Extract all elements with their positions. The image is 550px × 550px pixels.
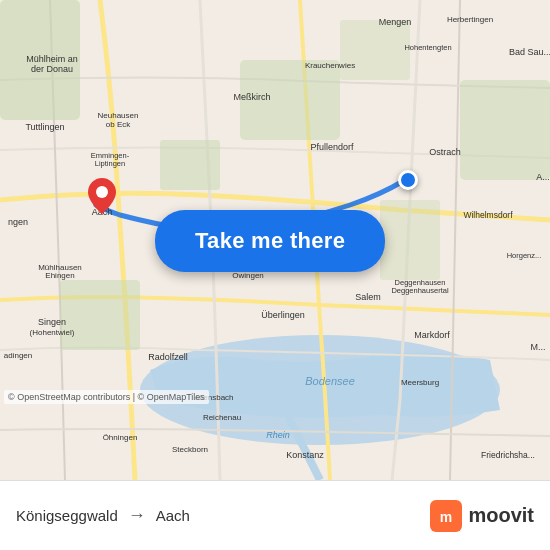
svg-text:Owingen: Owingen [232,271,264,280]
moovit-icon: m [430,500,462,532]
svg-text:Deggenhausertal: Deggenhausertal [391,286,448,295]
svg-text:Singen: Singen [38,317,66,327]
svg-text:Ostrach: Ostrach [429,147,461,157]
svg-text:Herbertingen: Herbertingen [447,15,493,24]
svg-text:Neuhausen: Neuhausen [98,111,139,120]
take-me-there-button[interactable]: Take me there [155,210,385,272]
svg-rect-4 [160,140,220,190]
route-to: Aach [156,507,190,524]
origin-marker [398,170,418,190]
svg-text:Überlingen: Überlingen [261,310,305,320]
svg-text:ngen: ngen [8,217,28,227]
svg-text:Markdorf: Markdorf [414,330,450,340]
svg-text:Horgenz...: Horgenz... [507,251,542,260]
svg-text:Konstanz: Konstanz [286,450,324,460]
svg-text:Radolfzell: Radolfzell [148,352,188,362]
svg-text:Ehingen: Ehingen [45,271,74,280]
svg-text:Rhein: Rhein [266,430,290,440]
svg-text:Hohentengten: Hohentengten [404,43,451,52]
svg-rect-5 [340,20,410,80]
svg-text:Meßkirch: Meßkirch [233,92,270,102]
svg-text:Friedrichsha...: Friedrichsha... [481,450,535,460]
svg-text:Steckborn: Steckborn [172,445,208,454]
svg-text:Krauchenwies: Krauchenwies [305,61,355,70]
svg-rect-8 [380,200,440,280]
route-arrow-icon: → [128,505,146,526]
moovit-logo: m moovit [430,500,534,532]
svg-text:Pfullendorf: Pfullendorf [310,142,354,152]
svg-text:Mühlheim an: Mühlheim an [26,54,78,64]
svg-point-51 [96,186,108,198]
svg-text:Liptingen: Liptingen [95,159,125,168]
map-attribution: © OpenStreetMap contributors | © OpenMap… [4,390,209,404]
destination-pin [88,178,116,214]
route-from: Königseggwald [16,507,118,524]
svg-text:Bodensee: Bodensee [305,375,355,387]
svg-text:Öhningen: Öhningen [103,433,138,442]
svg-text:Mengen: Mengen [379,17,412,27]
svg-text:Tuttlingen: Tuttlingen [25,122,64,132]
svg-text:Meersburg: Meersburg [401,378,439,387]
svg-rect-6 [460,80,550,180]
svg-text:M...: M... [531,342,546,352]
svg-text:Bad Sau...: Bad Sau... [509,47,550,57]
svg-text:Wilhelmsdorf: Wilhelmsdorf [463,210,513,220]
route-info: Königseggwald → Aach [16,505,190,526]
svg-text:Reichenau: Reichenau [203,413,241,422]
map-container: Mühlheim an der Donau Tuttlingen Neuhaus… [0,0,550,480]
svg-text:adingen: adingen [4,351,32,360]
svg-text:m: m [440,509,452,525]
svg-text:Salem: Salem [355,292,381,302]
svg-rect-7 [60,280,140,350]
svg-text:(Hohentwiel): (Hohentwiel) [30,328,75,337]
bottom-bar: Königseggwald → Aach m moovit [0,480,550,550]
svg-text:der Donau: der Donau [31,64,73,74]
moovit-text: moovit [468,504,534,527]
svg-text:ob Eck: ob Eck [106,120,131,129]
svg-text:A...: A... [536,172,550,182]
